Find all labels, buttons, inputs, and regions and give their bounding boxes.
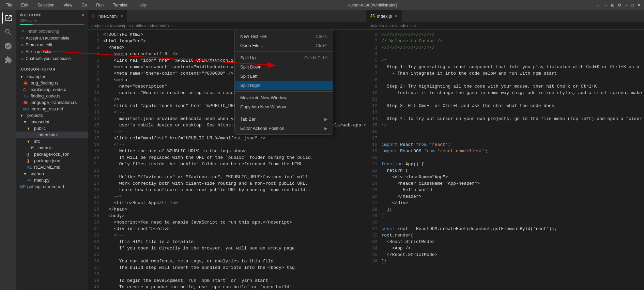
tree-item-src[interactable]: ▼src <box>16 138 88 144</box>
tree-item-getting_started-md[interactable]: MDgetting_started.md <box>16 183 88 190</box>
menu-item-new-text-file[interactable]: New Text FileCtrl+N <box>235 32 333 41</box>
menu-label-open-file: Open File... <box>240 43 263 48</box>
menu-run[interactable]: Run <box>94 2 106 8</box>
tab-index-js[interactable]: JS index.js × <box>366 10 402 22</box>
menu-selection[interactable]: Selection <box>35 2 56 8</box>
welcome-item-prompt-edit[interactable]: ○Prompt an edit <box>20 42 85 48</box>
menu-go[interactable]: Go <box>79 2 89 8</box>
menu-edit[interactable]: Edit <box>19 2 30 8</box>
md-icon: MD <box>20 185 26 189</box>
title-bar: File Edit Selection View Go Run Terminal… <box>0 0 644 10</box>
code-line: 12 Step 3: Hit Cmd+L or Ctrl+L and ask t… <box>366 103 644 109</box>
code-line: 24 work correctly both with client-side … <box>88 180 366 187</box>
menu-item-split-left[interactable]: Split Left <box>235 72 333 81</box>
tab-index-html[interactable]: ⬡ index.html × <box>88 10 127 22</box>
folder-icon: ▼ <box>20 113 26 118</box>
code-line: 27 <title>React App</title> <box>88 200 366 206</box>
code-line: 16 <box>366 128 644 135</box>
tree-item-index-js[interactable]: JSindex.js <box>16 144 88 151</box>
tree-item-README-md[interactable]: MDREADME.md <box>16 164 88 170</box>
extensions-icon[interactable] <box>2 54 14 66</box>
tree-item-explaining_code-c[interactable]: Cexplaining_code.c <box>16 86 88 93</box>
settings-icon[interactable]: ⚙ <box>618 3 622 7</box>
menu-item-open-file[interactable]: Open File...Ctrl+P <box>235 41 333 50</box>
welcome-item-ask-question[interactable]: ○Ask a question <box>20 48 85 55</box>
welcome-item-finish-onboarding[interactable]: ✓Finish onboarding <box>20 28 85 35</box>
ts-icon: TS <box>23 94 29 98</box>
code-line: 20 It will be replaced with the URL of t… <box>88 154 366 161</box>
menu-item-tab-bar[interactable]: Tab Bar▶ <box>235 115 333 124</box>
tree-item-public[interactable]: ▼public <box>16 125 88 132</box>
editor-content-right[interactable]: 1////////////////////2// Welcome to Curs… <box>366 30 644 290</box>
tree-item-package-lock-json[interactable]: {}package-lock.json <box>16 151 88 157</box>
tab-close-left[interactable]: × <box>120 13 123 19</box>
menu-file[interactable]: File <box>3 2 14 8</box>
menu-label-split-down: Split Down <box>240 64 261 70</box>
rs-icon: 🦀 <box>23 81 29 85</box>
explorer-icon[interactable] <box>2 12 14 24</box>
code-line: 35 </React.StrictMode> <box>366 251 644 258</box>
tree-item-projects[interactable]: ▼projects <box>16 112 88 119</box>
menu-separator <box>235 91 333 92</box>
layout-icon[interactable]: ⊞ <box>611 3 614 7</box>
code-line: 29 <body> <box>88 213 366 219</box>
code-line: 7 - Then integrate it into the code belo… <box>366 70 644 77</box>
code-line: 20 <box>366 154 644 161</box>
welcome-close[interactable]: × <box>82 13 85 17</box>
tree-item-main-py[interactable]: Pymain.py <box>16 177 88 183</box>
menu-label-split-up: Split Up <box>240 55 256 60</box>
menu-item-editor-actions[interactable]: Editor Actions Position▶ <box>235 124 333 133</box>
search-icon[interactable] <box>2 26 14 38</box>
code-line: 8 <box>366 77 644 83</box>
code-line: 27 </div> <box>366 200 644 206</box>
close-icon[interactable]: ✕ <box>637 3 641 7</box>
tree-item-language_translation-rs[interactable]: 🦀language_translation.rs <box>16 99 88 106</box>
code-line: 37 The build step will insert the bundle… <box>88 264 366 271</box>
tab-close-right[interactable]: × <box>395 13 398 19</box>
code-line: 34 <App /> <box>366 245 644 251</box>
code-line: 11 <box>366 96 644 103</box>
sidebar: WELCOME × 20% done ✓Finish onboarding○Ac… <box>16 10 88 290</box>
welcome-item-chat-codebase[interactable]: ○Chat with your codebase <box>20 55 85 62</box>
code-line: 14 Step 4: To try out cursor on your own… <box>366 116 644 122</box>
code-line: 21function App() { <box>366 161 644 167</box>
menu-label-split-right: Split Right <box>240 83 260 88</box>
minimize-icon[interactable]: ─ <box>625 3 628 7</box>
tree-item-examples[interactable]: ▼examples <box>16 73 88 80</box>
nav-back[interactable]: ← <box>596 3 600 7</box>
nav-fwd[interactable]: → <box>603 3 608 7</box>
progress-bar <box>20 24 85 25</box>
code-line: 28 ); <box>366 206 644 213</box>
tree-item-finding_code-ts[interactable]: TSfinding_code.ts <box>16 93 88 99</box>
menu-item-move-new-window[interactable]: Move into New Window <box>235 93 333 102</box>
code-line: 17 <link rel="manifest" href="%PUBLIC_UR… <box>88 135 366 141</box>
menu-item-copy-new-window[interactable]: Copy into New Window <box>235 102 333 111</box>
editor-tabs-right: JS index.js × <box>366 10 644 22</box>
menu-label-move-new-window: Move into New Window <box>240 95 287 100</box>
menu-item-split-right[interactable]: Split Right <box>235 81 333 90</box>
code-line: 33 <React.StrictMode> <box>366 239 644 245</box>
explorer-title[interactable]: .CURSOR-TUTOR <box>16 65 88 73</box>
code-line: 29} <box>366 213 644 219</box>
menu-item-split-down[interactable]: Split Down <box>235 62 333 72</box>
code-line: 4 <box>366 51 644 57</box>
source-control-icon[interactable] <box>2 40 14 52</box>
menu-view[interactable]: View <box>61 2 74 8</box>
editor-area: ⬡ index.html × projects > javascript > p… <box>88 10 644 290</box>
tree-item-index-html[interactable]: index.html <box>16 132 88 138</box>
tree-item-package-json[interactable]: {}package.json <box>16 157 88 164</box>
tree-item-learning_oss-md[interactable]: MDlearning_oss.md <box>16 106 88 112</box>
code-line: 18import React from 'react'; <box>366 141 644 148</box>
code-line: 32root.render( <box>366 232 644 239</box>
menu-label-editor-actions: Editor Actions Position <box>240 126 284 131</box>
menu-terminal[interactable]: Terminal <box>111 2 130 8</box>
code-line: 32 <!-- <box>88 232 366 239</box>
welcome-item-accept-autocomplete[interactable]: ○Accept an autocomplete <box>20 35 85 42</box>
menu-help[interactable]: Help <box>136 2 148 8</box>
tree-item-bug_finding-rs[interactable]: 🦀bug_finding.rs <box>16 80 88 86</box>
maximize-icon[interactable]: □ <box>631 3 634 7</box>
tree-item-javascript[interactable]: ▼javascript <box>16 119 88 125</box>
code-line: 9 Step 2: Try highlighting all the code … <box>366 83 644 90</box>
menu-item-split-up[interactable]: Split UpCtrl+M Ctrl+\ <box>235 53 333 62</box>
tree-item-python[interactable]: ▼python <box>16 170 88 177</box>
